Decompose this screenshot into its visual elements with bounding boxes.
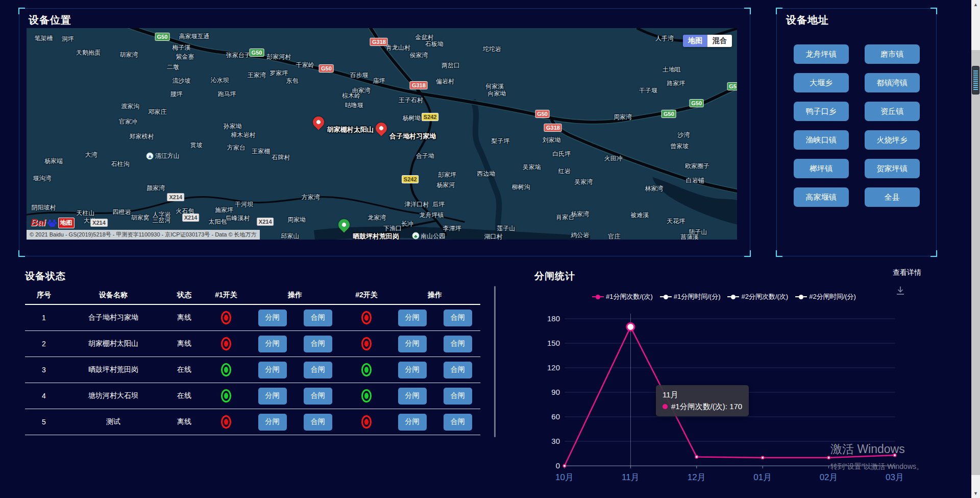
open-switch1-button[interactable]: 分闸 (258, 362, 287, 378)
close-switch2-button[interactable]: 合闸 (444, 414, 472, 431)
map-place-label: 棕木岭 (342, 91, 360, 100)
map-place-label: 沙湾 (678, 131, 690, 139)
map-place-label: 东包 (286, 76, 299, 85)
address-button[interactable]: 火烧坪乡 (865, 130, 920, 150)
close-switch2-button[interactable]: 合闸 (444, 388, 472, 405)
scrollbar-thumb[interactable] (971, 50, 980, 475)
open-switch1-button[interactable]: 分闸 (258, 310, 287, 326)
map-place-label: 吴家湾 (574, 178, 593, 186)
corner-decoration (930, 8, 937, 14)
map-place-label: 杨树坳 (402, 113, 421, 122)
map-place-label: 咕噜堰 (345, 101, 363, 109)
map-place-label: 坨坨岩 (483, 44, 501, 53)
address-button[interactable]: 资丘镇 (865, 102, 920, 121)
road-badge-s242: S242 (422, 113, 439, 121)
legend-item[interactable]: #1分闸时间/(分) (660, 292, 721, 301)
close-switch2-button[interactable]: 合闸 (444, 336, 472, 352)
close-switch1-button[interactable]: 合闸 (304, 310, 332, 326)
map-place-label: 曾家坡 (670, 142, 689, 151)
pagoda-icon: ▲ (146, 152, 154, 159)
map-place-label: 干河坝 (235, 200, 253, 209)
map-place-label: 杨家湾 (571, 210, 589, 219)
table-header-cell: 操作 (390, 291, 479, 300)
address-button[interactable]: 贺家坪镇 (865, 159, 920, 178)
open-switch2-button[interactable]: 分闸 (398, 362, 427, 378)
address-button[interactable]: 鸭子口乡 (794, 102, 849, 121)
map-place-label: 石牌村 (272, 153, 290, 161)
row-index: 3 (25, 366, 63, 374)
device-name: 晒鼓坪村荒田岗 (63, 365, 164, 374)
address-button[interactable]: 磨市镇 (865, 44, 920, 64)
operation-cell: 分闸合闸 (248, 388, 342, 405)
map-place-label: 高家堰互通 (179, 32, 210, 41)
table-scrollbar[interactable] (494, 286, 496, 437)
open-switch1-button[interactable]: 分闸 (258, 414, 287, 431)
device-status: 离线 (164, 417, 205, 426)
map-type-hybrid-button[interactable]: 混合 (707, 35, 732, 47)
close-switch1-button[interactable]: 合闸 (304, 336, 332, 352)
map-place-label: 鸡公岩 (571, 230, 589, 239)
svg-text:03月: 03月 (886, 472, 904, 482)
open-switch2-button[interactable]: 分闸 (398, 336, 427, 352)
close-switch1-button[interactable]: 合闸 (304, 414, 332, 431)
legend-item[interactable]: #1分闸次数/(次) (592, 292, 653, 301)
svg-text:11月: 11月 (622, 472, 640, 482)
address-button-grid: 龙舟坪镇磨市镇大堰乡都镇湾镇鸭子口乡资丘镇渔峡口镇火烧坪乡榔坪镇贺家坪镇高家堰镇… (777, 44, 936, 207)
map-type-map-button[interactable]: 地图 (683, 35, 707, 47)
close-switch1-button[interactable]: 合闸 (304, 362, 332, 378)
device-address-title: 设备地址 (786, 13, 829, 27)
row-index: 2 (25, 340, 63, 348)
road-badge-g318: G318 (370, 38, 388, 46)
map-place-label: 官庄 (608, 232, 620, 240)
map-place-label: 邓家庄 (148, 107, 166, 116)
address-button[interactable]: 高家堰镇 (794, 187, 849, 207)
address-button[interactable]: 都镇湾镇 (865, 73, 920, 92)
open-switch2-button[interactable]: 分闸 (398, 310, 427, 326)
scrollbar-striped-widget[interactable] (972, 66, 979, 94)
map-place-label: 四橙岩 (113, 208, 131, 217)
road-badge-g50: G50 (250, 49, 264, 57)
legend-item[interactable]: #2分闸次数/(次) (727, 292, 788, 301)
map-place-label: 堰沟湾 (33, 174, 52, 183)
map-place-label: 腰坪 (170, 89, 183, 98)
open-switch1-button[interactable]: 分闸 (258, 336, 287, 352)
close-switch2-button[interactable]: 合闸 (444, 310, 472, 326)
address-button[interactable]: 渔峡口镇 (794, 130, 849, 150)
map-place-label: 石柱沟 (111, 160, 130, 169)
legend-item[interactable]: #2分闸时间/(分) (795, 292, 856, 301)
map-place-label: 菖蒲溪 (680, 233, 699, 240)
map-place-label: 跑马坪 (218, 89, 236, 98)
close-switch2-button[interactable]: 合闸 (444, 362, 472, 378)
view-details-link[interactable]: 查看详情 (893, 268, 921, 277)
corner-decoration (776, 8, 782, 14)
map-place-label: 被难溪 (630, 211, 649, 220)
device-status: 在线 (164, 365, 205, 374)
baidu-map[interactable]: 笔架槽洞坪天鹅抱蛋胡家湾梅子溪紫金寨高家堰互通二墩流沙坡沁水坝腰坪跑马坪渡家沟邓… (27, 28, 737, 240)
open-switch2-button[interactable]: 分闸 (398, 388, 427, 405)
svg-text:180: 180 (547, 314, 560, 323)
baidu-logo: Bai 地图 (31, 217, 75, 228)
switch2-indicator-red (361, 311, 372, 324)
map-type-switcher: 地图 混合 (683, 35, 732, 47)
map-place-label: 邱家山 (281, 232, 299, 240)
map-place-label: 后峰溪村 (225, 214, 250, 223)
map-place-label: 火田冲 (604, 154, 623, 163)
operation-cell: 分闸合闸 (390, 336, 479, 352)
map-place-label: 人手湾 (655, 34, 674, 42)
close-switch1-button[interactable]: 合闸 (304, 388, 332, 405)
address-button[interactable]: 全县 (865, 187, 920, 207)
page-scrollbar[interactable]: ▲ ▼ (971, 0, 980, 498)
map-place-label: 二墩 (167, 62, 179, 71)
address-button[interactable]: 大堰乡 (794, 73, 849, 92)
scrollbar-down-icon[interactable]: ▼ (971, 491, 980, 496)
scrollbar-up-icon[interactable]: ▲ (971, 2, 980, 7)
map-place-label: 李潭坪 (443, 224, 461, 233)
open-switch2-button[interactable]: 分闸 (398, 414, 427, 431)
open-switch1-button[interactable]: 分闸 (258, 388, 287, 405)
switch1-indicator-green (221, 389, 231, 402)
address-button[interactable]: 榔坪镇 (794, 159, 849, 178)
address-button[interactable]: 龙舟坪镇 (794, 44, 849, 64)
map-place-label: 周家坳 (287, 215, 306, 224)
map-place-label: 合子坳 (416, 152, 434, 160)
download-icon[interactable] (895, 285, 906, 298)
